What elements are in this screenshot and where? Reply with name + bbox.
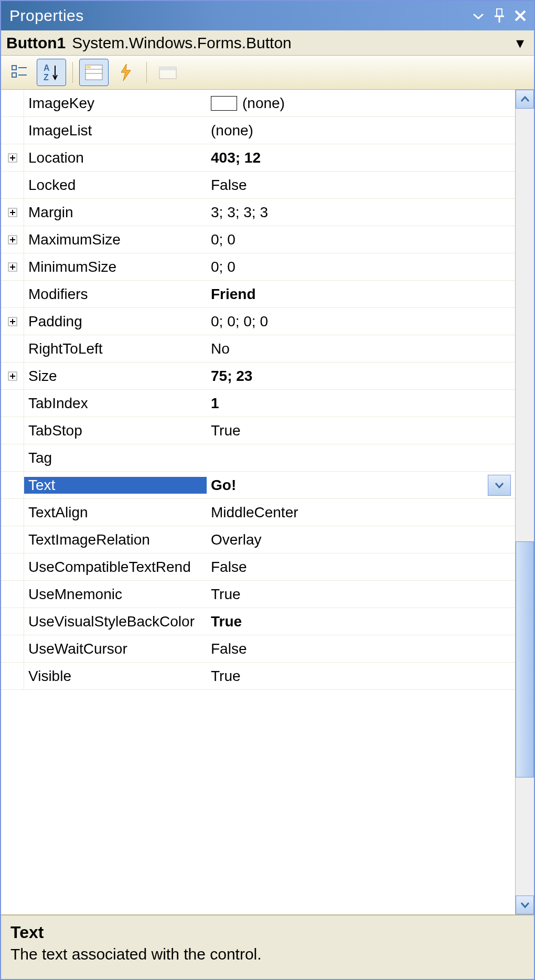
property-row[interactable]: UseWaitCursorFalse [1,635,515,663]
property-pages-button[interactable] [153,59,183,86]
scroll-up-icon[interactable] [516,90,534,109]
property-value-text: Go! [211,477,236,494]
expand-toggle[interactable] [1,199,24,226]
svg-text:Z: Z [44,73,49,82]
close-icon[interactable] [510,5,531,26]
property-name: ImageKey [24,95,207,112]
events-button[interactable] [111,59,140,86]
property-row[interactable]: Location403; 12 [1,144,515,172]
scrollbar[interactable] [515,90,534,914]
property-value[interactable]: Friend [207,286,515,303]
property-row[interactable]: Tag [1,444,515,472]
property-row[interactable]: UseMnemonicTrue [1,581,515,608]
svg-text:A: A [44,63,50,72]
property-value[interactable]: (none) [207,95,515,112]
property-row[interactable]: Padding0; 0; 0; 0 [1,308,515,335]
property-value-text: MiddleCenter [211,504,298,521]
property-name: TextImageRelation [24,531,207,548]
property-row[interactable]: ImageKey(none) [1,90,515,117]
toolbar-separator [72,62,73,83]
property-name: TabIndex [24,395,207,412]
expand-toggle [1,444,24,471]
property-row[interactable]: UseVisualStyleBackColorTrue [1,608,515,635]
property-row[interactable]: LockedFalse [1,172,515,199]
property-value[interactable]: False [207,559,515,576]
property-value[interactable]: True [207,613,515,630]
description-text: The text associated with the control. [10,945,525,963]
expand-toggle[interactable] [1,363,24,389]
minimize-icon[interactable] [468,5,489,26]
pin-icon[interactable] [489,5,510,26]
expand-toggle[interactable] [1,308,24,335]
property-value[interactable]: 0; 0 [207,231,515,248]
expand-toggle [1,581,24,608]
property-name: Padding [24,313,207,330]
property-value[interactable]: MiddleCenter [207,504,515,521]
property-value[interactable]: Overlay [207,531,515,548]
property-value-text: 3; 3; 3; 3 [211,204,268,221]
scroll-track[interactable] [516,109,534,896]
property-value-text: 1 [211,395,219,412]
scroll-down-icon[interactable] [516,896,534,914]
property-value[interactable]: True [207,422,515,439]
expand-toggle [1,635,24,662]
property-value-text: False [211,641,247,657]
property-row[interactable]: TabIndex1 [1,390,515,417]
property-row[interactable]: TabStopTrue [1,417,515,444]
property-name: Location [24,150,207,166]
property-value-text: False [211,177,247,194]
property-row[interactable]: MinimumSize0; 0 [1,253,515,281]
property-value[interactable]: 403; 12 [207,150,515,166]
expand-toggle [1,663,24,689]
expand-toggle[interactable] [1,144,24,171]
property-value[interactable]: True [207,586,515,603]
property-row[interactable]: VisibleTrue [1,663,515,690]
property-value[interactable]: False [207,641,515,657]
property-row[interactable]: ImageList(none) [1,117,515,144]
property-name: RightToLeft [24,340,207,357]
svg-rect-4 [12,73,16,77]
property-row[interactable]: TextGo! [1,472,515,499]
categorized-button[interactable] [5,59,35,86]
property-value-text: True [211,613,242,630]
scroll-thumb[interactable] [516,541,534,777]
property-value-text: True [211,422,241,439]
property-row[interactable]: Size75; 23 [1,363,515,390]
expand-toggle[interactable] [1,253,24,280]
property-value-text: 0; 0 [211,231,236,248]
description-pane: Text The text associated with the contro… [1,914,534,979]
object-selector[interactable]: Button1 System.Windows.Forms.Button ▾ [1,30,534,56]
property-value[interactable]: True [207,668,515,685]
alphabetical-button[interactable]: AZ [37,59,66,86]
property-name: TextAlign [24,504,207,521]
property-value-text: 75; 23 [211,368,252,385]
svg-rect-14 [159,67,176,70]
property-value[interactable]: 3; 3; 3; 3 [207,204,515,221]
property-value[interactable]: (none) [207,122,515,139]
property-row[interactable]: MaximumSize0; 0 [1,226,515,253]
property-value[interactable]: 1 [207,395,515,412]
property-value[interactable]: 75; 23 [207,368,515,385]
property-value[interactable]: Go! [207,475,515,496]
property-name: ImageList [24,122,207,139]
property-name: Margin [24,204,207,221]
property-row[interactable]: TextImageRelationOverlay [1,526,515,553]
property-value-text: (none) [242,95,285,112]
property-row[interactable]: RightToLeftNo [1,335,515,363]
chevron-down-icon[interactable] [488,475,511,496]
property-row[interactable]: ModifiersFriend [1,281,515,308]
property-value[interactable]: 0; 0 [207,259,515,275]
property-row[interactable]: TextAlignMiddleCenter [1,499,515,526]
property-value[interactable]: False [207,177,515,194]
property-name: UseMnemonic [24,586,207,603]
chevron-down-icon[interactable]: ▾ [511,34,529,52]
color-swatch [211,96,237,111]
property-value[interactable]: No [207,340,515,357]
property-name: Tag [24,450,207,466]
property-value[interactable]: 0; 0; 0; 0 [207,313,515,330]
expand-toggle [1,390,24,417]
properties-button[interactable] [79,59,109,86]
property-row[interactable]: Margin3; 3; 3; 3 [1,199,515,226]
property-row[interactable]: UseCompatibleTextRendFalse [1,553,515,581]
expand-toggle[interactable] [1,226,24,253]
